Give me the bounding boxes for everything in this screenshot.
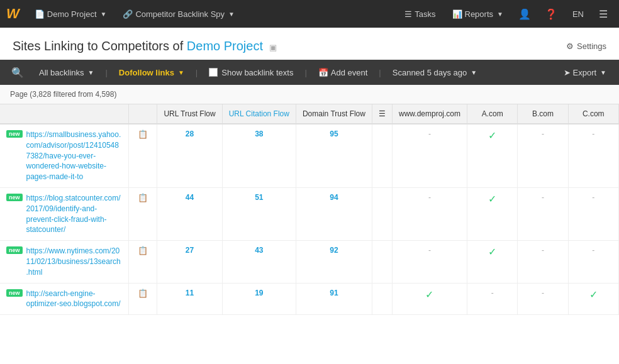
copy-icon[interactable]: 📋 xyxy=(135,289,150,298)
export-icon: ➤ xyxy=(564,68,571,77)
menu-icon-button[interactable]: ☰ xyxy=(594,6,613,23)
col-header-site1[interactable]: www.demproj.com xyxy=(392,104,467,124)
settings-button[interactable]: ⚙ Settings xyxy=(566,41,606,51)
toolbar-divider-4: | xyxy=(379,68,381,77)
new-badge: new xyxy=(6,289,23,297)
tool-button[interactable]: 🔗 Competitor Backlink Spy ▼ xyxy=(116,7,241,21)
dofollow-links-button[interactable]: Dofollow links ▼ xyxy=(113,65,191,80)
add-event-button[interactable]: 📅 Add event xyxy=(312,65,374,80)
top-nav: W 📄 Demo Project ▼ 🔗 Competitor Backlink… xyxy=(0,0,619,28)
reports-button[interactable]: 📊 Reports ▼ xyxy=(446,7,510,21)
new-badge: new xyxy=(6,246,23,254)
all-backlinks-label: All backlinks xyxy=(39,68,84,77)
utf-value: 44 xyxy=(157,187,222,240)
dash: - xyxy=(542,246,544,255)
tasks-button[interactable]: ☰ Tasks xyxy=(398,7,442,21)
demo-project-button[interactable]: 📄 Demo Project ▼ xyxy=(28,7,113,21)
sort-col xyxy=(372,241,392,283)
table-info-text: Page (3,828 filtered from 4,598) xyxy=(10,90,116,99)
col-header-site2[interactable]: A.com xyxy=(467,104,518,124)
dash: - xyxy=(428,193,431,202)
ucf-value: 43 xyxy=(222,241,296,283)
sort-col xyxy=(372,124,392,187)
ucf-value: 19 xyxy=(222,283,296,315)
dash: - xyxy=(542,289,544,297)
export-button[interactable]: ➤ Export ▼ xyxy=(557,65,613,80)
col-header-ucf[interactable]: URL Citation Flow xyxy=(222,104,296,124)
show-backlink-texts-button[interactable]: Show backlink texts xyxy=(203,65,299,80)
check-icon: ✓ xyxy=(488,194,496,204)
check-icon: ✓ xyxy=(425,289,433,300)
table-row: new http://search-engine-optimizer-seo.b… xyxy=(0,283,619,315)
toolbar-divider-2: | xyxy=(196,68,198,77)
copy-icon[interactable]: 📋 xyxy=(135,193,150,202)
url-link[interactable]: https://www.nytimes.com/2011/02/13/busin… xyxy=(26,246,123,277)
utf-value: 28 xyxy=(157,124,222,187)
url-cell: new http://search-engine-optimizer-seo.b… xyxy=(0,283,129,315)
scanned-label: Scanned 5 days ago xyxy=(393,68,467,77)
table-row: new https://blog.statcounter.com/2017/09… xyxy=(0,187,619,240)
tool-label: Competitor Backlink Spy xyxy=(135,9,225,19)
site3-cell: - xyxy=(518,124,568,187)
search-button[interactable]: 🔍 xyxy=(6,64,29,81)
url-link[interactable]: http://search-engine-optimizer-seo.blogs… xyxy=(26,289,123,310)
toolbar-divider-1: | xyxy=(105,68,107,77)
check-icon: ✓ xyxy=(488,130,496,141)
col-header-utf[interactable]: URL Trust Flow xyxy=(157,104,222,124)
new-badge: new xyxy=(6,194,23,201)
all-backlinks-button[interactable]: All backlinks ▼ xyxy=(33,65,100,80)
help-icon-button[interactable]: ❓ xyxy=(540,6,562,23)
export-dropdown-icon: ▼ xyxy=(600,69,606,76)
copy-icon[interactable]: 📋 xyxy=(135,246,150,255)
settings-label: Settings xyxy=(577,41,606,51)
show-backlinks-checkbox xyxy=(209,68,218,77)
all-backlinks-dropdown-icon: ▼ xyxy=(88,69,94,76)
tasks-icon: ☰ xyxy=(404,9,412,19)
reports-icon: 📊 xyxy=(452,9,462,19)
lang-label: EN xyxy=(572,9,584,19)
scanned-button[interactable]: Scanned 5 days ago ▼ xyxy=(386,65,483,80)
table-row: new https://www.nytimes.com/2011/02/13/b… xyxy=(0,241,619,283)
tasks-label: Tasks xyxy=(415,9,435,19)
dtf-value: 95 xyxy=(296,124,372,187)
add-event-label: Add event xyxy=(331,68,368,77)
col-header-sort[interactable]: ☰ xyxy=(372,104,392,124)
site3-cell: - xyxy=(518,187,568,240)
dtf-value: 94 xyxy=(296,187,372,240)
dtf-value: 91 xyxy=(296,283,372,315)
col-header-site4[interactable]: C.com xyxy=(568,104,618,124)
col-header-dtf[interactable]: Domain Trust Flow xyxy=(296,104,372,124)
url-cell: new https://smallbusiness.yahoo.com/advi… xyxy=(0,124,129,187)
backlinks-table: URL Trust Flow URL Citation Flow Domain … xyxy=(0,104,619,315)
sort-col xyxy=(372,283,392,315)
check-icon: ✓ xyxy=(488,246,496,257)
external-link-icon[interactable]: ▣ xyxy=(269,43,277,52)
url-link[interactable]: https://smallbusiness.yahoo.com/advisor/… xyxy=(26,130,123,182)
ucf-value: 51 xyxy=(222,187,296,240)
url-link[interactable]: https://blog.statcounter.com/2017/09/ide… xyxy=(26,193,123,235)
site3-cell: - xyxy=(518,283,568,315)
dash: - xyxy=(542,193,544,202)
reports-dropdown-icon: ▼ xyxy=(497,11,503,18)
profile-icon-button[interactable]: 👤 xyxy=(513,6,536,23)
toolbar: 🔍 All backlinks ▼ | Dofollow links ▼ | S… xyxy=(0,60,619,85)
site2-cell: ✓ xyxy=(467,241,518,283)
url-cell: new https://blog.statcounter.com/2017/09… xyxy=(0,187,129,240)
dash: - xyxy=(428,130,431,138)
table-row: new https://smallbusiness.yahoo.com/advi… xyxy=(0,124,619,187)
table-header-row: URL Trust Flow URL Citation Flow Domain … xyxy=(0,104,619,124)
toolbar-divider-3: | xyxy=(304,68,306,77)
copy-icon[interactable]: 📋 xyxy=(135,130,150,139)
dofollow-dropdown-icon: ▼ xyxy=(178,69,184,76)
copy-cell: 📋 xyxy=(129,124,157,187)
site4-cell: - xyxy=(568,187,618,240)
site4-cell: ✓ xyxy=(568,283,618,315)
col-header-site3[interactable]: B.com xyxy=(518,104,568,124)
page-title: Sites Linking to Competitors of Demo Pro… xyxy=(13,39,277,53)
lang-button[interactable]: EN xyxy=(566,7,590,21)
project-link[interactable]: Demo Project xyxy=(187,39,263,53)
dash: - xyxy=(542,130,544,138)
folder-icon: 📄 xyxy=(35,9,45,19)
utf-value: 11 xyxy=(157,283,222,315)
dash: - xyxy=(592,130,594,138)
